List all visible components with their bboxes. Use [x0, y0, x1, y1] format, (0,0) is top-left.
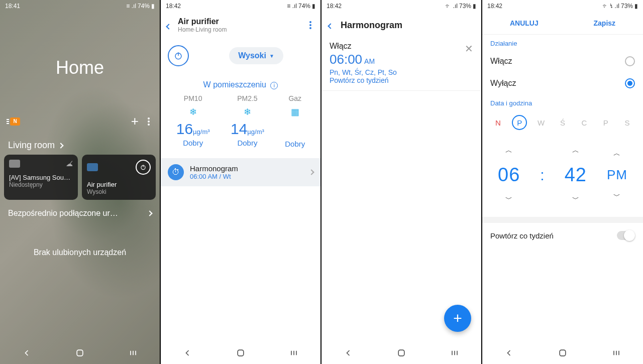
more-button[interactable] — [148, 120, 150, 123]
status-bar: 18:42 ᯤ .ıl73%▮ — [322, 0, 481, 12]
radio-off[interactable]: Wyłącz — [482, 72, 643, 94]
back-button[interactable] — [329, 21, 333, 30]
status-time: 18:42 — [166, 3, 181, 10]
page-title: Home — [0, 57, 160, 78]
directly-connected-row[interactable]: Bezpośrednio podłączone ur… — [0, 209, 160, 218]
nav-recent[interactable] — [127, 347, 139, 359]
chevron-down-icon: ▼ — [269, 53, 274, 59]
status-bar: 18:42 ≡ .ıl74%▮ — [161, 0, 320, 12]
battery-icon: ▮ — [473, 3, 476, 10]
status-bar: 18:42 ᯤ ↯ .ıl73%▮ — [482, 0, 643, 12]
entry-action: Włącz — [330, 42, 473, 51]
nav-recent[interactable] — [610, 347, 622, 359]
gas-icon: ▦ — [285, 106, 305, 117]
chevron-down-icon[interactable]: ﹀ — [572, 195, 579, 204]
radio-on[interactable]: Włącz — [482, 50, 643, 72]
battery-text: 73% — [459, 3, 471, 10]
day-mon[interactable]: P — [512, 115, 527, 130]
menu-notification-icon[interactable]: N — [10, 117, 20, 126]
battery-icon: ▮ — [151, 3, 155, 10]
repeat-weekly-row[interactable]: Powtórz co tydzień — [482, 223, 643, 248]
connected-label: Bezpośrednio podłączone ur… — [8, 209, 118, 218]
battery-text: 74% — [138, 3, 150, 10]
signal-icon: ᯤ .ıl — [445, 3, 458, 10]
nav-bar — [0, 342, 160, 364]
entry-repeat: Powtórz co tydzień — [330, 76, 473, 84]
device-status: Niedostępny — [9, 181, 73, 188]
info-icon[interactable]: i — [270, 82, 278, 89]
nav-home[interactable] — [235, 347, 247, 359]
day-fri[interactable]: P — [598, 115, 613, 130]
room-row[interactable]: Living room — [0, 140, 160, 151]
entry-time: 06:00 — [330, 52, 362, 67]
nav-home[interactable] — [395, 347, 407, 359]
battery-text: 74% — [298, 3, 310, 10]
day-sat[interactable]: S — [619, 115, 634, 130]
nav-recent[interactable] — [288, 347, 300, 359]
nav-bar — [482, 342, 643, 364]
day-wed[interactable]: Ś — [555, 115, 570, 130]
chevron-up-icon[interactable]: ︿ — [505, 146, 512, 155]
nav-back[interactable] — [21, 347, 33, 359]
radio-off-icon — [625, 56, 635, 66]
nav-home[interactable] — [74, 347, 86, 359]
device-card-soundbar[interactable]: ☁̸ [AV] Samsung Sou… Niedostępny — [4, 155, 78, 200]
battery-icon: ▮ — [312, 3, 315, 10]
device-icon — [87, 163, 98, 171]
battery-text: 73% — [621, 3, 633, 10]
nav-back[interactable] — [342, 347, 354, 359]
day-tue[interactable]: W — [533, 115, 549, 130]
add-schedule-fab[interactable]: + — [444, 305, 471, 332]
toggle-switch[interactable] — [617, 231, 635, 240]
entry-days: Pn, Wt, Śr, Cz, Pt, So — [330, 68, 473, 76]
minute-picker[interactable]: ︿ 42 ﹀ — [565, 146, 587, 204]
entry-ampm: AM — [364, 57, 375, 65]
battery-icon: ▮ — [634, 3, 638, 10]
day-sun[interactable]: N — [490, 115, 505, 130]
chevron-down-icon[interactable]: ﹀ — [613, 192, 620, 201]
device-status: Wysoki — [87, 188, 151, 195]
ampm-picker[interactable]: ︿ PM ﹀ — [607, 149, 627, 201]
device-card-purifier[interactable]: Air purifier Wysoki — [82, 155, 156, 200]
signal-icon: ≡ .ıl — [287, 3, 297, 10]
back-button[interactable] — [167, 19, 171, 32]
delete-button[interactable]: ✕ — [465, 43, 473, 55]
nav-back[interactable] — [503, 347, 515, 359]
chevron-down-icon[interactable]: ﹀ — [505, 195, 512, 204]
hour-picker[interactable]: ︿ 06 ﹀ — [498, 146, 520, 204]
time-picker: ︿ 06 ﹀ : ︿ 42 ﹀ ︿ PM ﹀ — [482, 139, 643, 217]
room-label: Living room — [8, 140, 55, 151]
screen-device-detail: 18:42 ≡ .ıl74%▮ Air purifier Home·Living… — [161, 0, 322, 364]
nav-home[interactable] — [557, 347, 569, 359]
mode-dropdown[interactable]: Wysoki ▼ — [229, 47, 283, 64]
add-button[interactable]: + — [131, 113, 139, 129]
day-thu[interactable]: C — [577, 115, 592, 130]
cancel-button[interactable]: ANULUJ — [510, 19, 539, 27]
device-title: Air purifier — [178, 17, 227, 26]
power-button[interactable] — [136, 160, 151, 175]
screen-schedule-edit: 18:42 ᯤ ↯ .ıl73%▮ ANULUJ Zapisz Działani… — [482, 0, 643, 364]
schedule-entry[interactable]: ✕ Włącz 06:00AM Pn, Wt, Śr, Cz, Pt, So P… — [322, 36, 481, 91]
svg-rect-12 — [398, 350, 404, 356]
save-button[interactable]: Zapisz — [594, 19, 616, 27]
power-button[interactable] — [168, 45, 189, 66]
screen-schedule-list: 18:42 ᯤ .ıl73%▮ Harmonogram ✕ Włącz 06:0… — [322, 0, 482, 364]
status-time: 18:42 — [327, 3, 342, 10]
schedule-row[interactable]: ⏱ Harmonogram 06:00 AM / Wt — [161, 158, 320, 186]
air-icon: ❄︎ — [176, 106, 210, 117]
device-icon — [9, 160, 20, 168]
nav-bar — [322, 342, 481, 364]
chevron-up-icon[interactable]: ︿ — [613, 149, 620, 158]
device-name: [AV] Samsung Sou… — [9, 174, 73, 181]
air-icon: ❄︎ — [231, 106, 264, 117]
more-button[interactable] — [309, 24, 311, 26]
indoor-heading: W pomieszczeniu i — [161, 80, 320, 89]
chevron-up-icon[interactable]: ︿ — [572, 146, 579, 155]
status-bar: 18:41 ≡ .ıl74%▮ — [0, 0, 160, 12]
nav-back[interactable] — [181, 347, 193, 359]
signal-icon: ≡ .ıl — [126, 3, 136, 10]
device-location: Home·Living room — [178, 26, 227, 33]
svg-rect-2 — [77, 350, 83, 356]
page-title: Harmonogram — [341, 20, 402, 31]
nav-recent[interactable] — [449, 347, 461, 359]
